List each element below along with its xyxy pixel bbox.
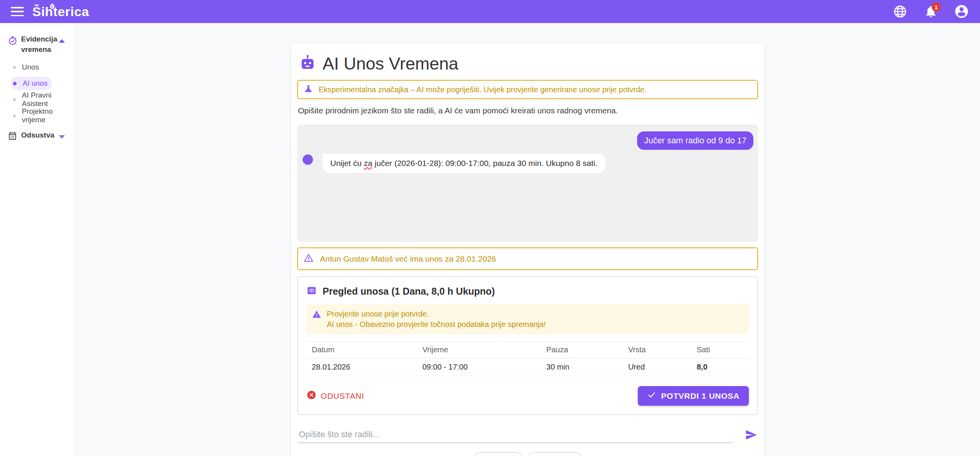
ai-message-row: Unijet ću za jučer (2026-01-28): 09:00-1… bbox=[302, 154, 753, 173]
bullet-icon bbox=[13, 66, 16, 69]
sidebar-item-label: Unos bbox=[22, 63, 39, 71]
duplicate-warning-text: Antun Gustav Matoš već ima unos za 28.01… bbox=[320, 254, 496, 264]
calendar-icon bbox=[8, 131, 18, 143]
confirm-button[interactable]: POTVRDI 1 UNOSA bbox=[638, 386, 749, 406]
flask-icon bbox=[303, 84, 313, 95]
preview-eye-icon bbox=[306, 285, 317, 297]
preview-title: Pregled unosa (1 Dana, 8,0 h Ukupno) bbox=[323, 286, 495, 297]
sidebar-group-items: Unos AI unos AI Pravni Asistent Projektn… bbox=[0, 61, 74, 122]
bullet-icon bbox=[13, 82, 17, 85]
globe-icon[interactable] bbox=[892, 4, 908, 19]
preview-warning-line1: Provjerite unose prije potvrde. bbox=[327, 309, 546, 319]
check-icon bbox=[647, 390, 656, 401]
app-logo: Šihterica bbox=[32, 0, 89, 23]
ai-message-spellcheck-word: za bbox=[364, 159, 372, 167]
sidebar-item-label: Projektno vrijeme bbox=[22, 107, 66, 124]
entries-table-header-row: Datum Vrijeme Pauza Vrsta Sati bbox=[306, 342, 749, 358]
warning-filled-icon bbox=[312, 310, 321, 321]
suggestion-chips: Jučer 9-17 Prošli tjedan bbox=[297, 452, 758, 456]
column-header-vrsta: Vrsta bbox=[623, 342, 692, 358]
chat-panel: Jučer sam radio od 9 do 17 Unijet ću za … bbox=[297, 124, 758, 242]
page-title: AI Unos Vremena bbox=[323, 54, 459, 74]
avatar-icon[interactable] bbox=[954, 4, 969, 19]
ai-avatar bbox=[303, 154, 313, 165]
stopwatch-icon bbox=[8, 36, 18, 48]
send-button[interactable] bbox=[745, 429, 757, 442]
ai-message-text: Unijet ću bbox=[330, 159, 364, 167]
chat-input-row bbox=[297, 426, 758, 443]
notification-badge: 1 bbox=[932, 2, 941, 12]
entries-preview-card: Pregled unosa (1 Dana, 8,0 h Ukupno) Pro… bbox=[297, 276, 758, 415]
ai-message-bubble: Unijet ću za jučer (2026-01-28): 09:00-1… bbox=[323, 154, 605, 173]
sidebar-item-unos[interactable]: Unos bbox=[11, 61, 43, 74]
logo-clock-icon bbox=[49, 3, 55, 11]
column-header-pauza: Pauza bbox=[541, 342, 623, 358]
app-bar: Šihterica 1 bbox=[0, 0, 980, 23]
expand-down-icon bbox=[59, 135, 65, 139]
cancel-button-label: ODUSTANI bbox=[321, 391, 364, 401]
preview-warning-text: Provjerite unose prije potvrde. AI unos … bbox=[327, 309, 546, 330]
cell-datum: 28.01.2026 bbox=[306, 358, 417, 376]
preview-warning: Provjerite unose prije potvrde. AI unos … bbox=[306, 304, 749, 334]
entries-table: Datum Vrijeme Pauza Vrsta Sati 28.01.202… bbox=[306, 341, 749, 376]
sidebar-group-odsustva[interactable]: Odsustva bbox=[0, 127, 74, 145]
table-row: 28.01.2026 09:00 - 17:00 30 min Ured 8,0 bbox=[306, 358, 749, 376]
collapse-up-icon bbox=[59, 39, 65, 43]
cancel-circle-icon bbox=[306, 390, 316, 402]
page-title-row: AI Unos Vremena bbox=[297, 54, 758, 74]
chat-input[interactable] bbox=[298, 426, 733, 443]
cell-sati: 8,0 bbox=[691, 358, 749, 376]
ai-entry-card: AI Unos Vremena Eksperimentalna značajka… bbox=[291, 44, 764, 456]
column-header-datum: Datum bbox=[306, 342, 417, 358]
sidebar-item-ai-pravni-asistent[interactable]: AI Pravni Asistent bbox=[11, 93, 71, 106]
appbar-actions: 1 bbox=[892, 4, 969, 19]
warning-triangle-icon bbox=[303, 253, 314, 265]
menu-icon[interactable] bbox=[11, 7, 24, 16]
app-logo-text: Šihterica bbox=[32, 0, 89, 23]
sidebar: Evidencija vremena Unos AI unos AI Pravn… bbox=[0, 23, 75, 456]
column-header-vrijeme: Vrijeme bbox=[417, 342, 541, 358]
intro-text: Opišite prirodnim jezikom što ste radili… bbox=[297, 106, 758, 115]
sidebar-item-label: AI unos bbox=[23, 79, 47, 88]
experimental-warning-text: Eksperimentalna značajka – AI može pogri… bbox=[319, 85, 647, 94]
bullet-icon bbox=[13, 114, 16, 117]
cell-vrsta: Ured bbox=[623, 358, 692, 376]
preview-header: Pregled unosa (1 Dana, 8,0 h Ukupno) bbox=[306, 285, 749, 297]
user-message-bubble: Jučer sam radio od 9 do 17 bbox=[637, 131, 753, 150]
send-icon bbox=[745, 429, 757, 441]
cell-vrijeme: 09:00 - 17:00 bbox=[417, 358, 541, 376]
ai-message-text: jučer (2026-01-28): 09:00-17:00, pauza 3… bbox=[372, 159, 598, 167]
confirm-button-label: POTVRDI 1 UNOSA bbox=[661, 391, 740, 401]
sidebar-item-label: AI Pravni Asistent bbox=[22, 91, 66, 108]
column-header-sati: Sati bbox=[691, 342, 749, 358]
sidebar-group-evidencija-vremena[interactable]: Evidencija vremena bbox=[0, 32, 74, 57]
preview-actions: ODUSTANI POTVRDI 1 UNOSA bbox=[306, 386, 749, 406]
sidebar-item-ai-unos[interactable]: AI unos bbox=[11, 77, 52, 90]
experimental-warning-banner: Eksperimentalna značajka – AI može pogri… bbox=[297, 80, 758, 99]
bullet-icon bbox=[13, 98, 16, 101]
robot-icon bbox=[299, 54, 316, 73]
duplicate-entry-warning-banner: Antun Gustav Matoš već ima unos za 28.01… bbox=[297, 247, 758, 270]
sidebar-group-label: Evidencija vremena bbox=[21, 34, 58, 55]
main-content: AI Unos Vremena Eksperimentalna značajka… bbox=[75, 23, 980, 456]
sidebar-item-projektno-vrijeme[interactable]: Projektno vrijeme bbox=[11, 109, 71, 122]
chip-jucer-9-17[interactable]: Jučer 9-17 bbox=[473, 452, 522, 456]
preview-warning-line2: AI unos - Obavezno provjerite točnost po… bbox=[327, 319, 546, 330]
cancel-button[interactable]: ODUSTANI bbox=[306, 390, 364, 402]
chip-prosli-tjedan[interactable]: Prošli tjedan bbox=[528, 452, 582, 456]
sidebar-group-label: Odsustva bbox=[21, 130, 58, 140]
bell-icon[interactable]: 1 bbox=[923, 4, 939, 19]
cell-pauza: 30 min bbox=[541, 358, 623, 376]
